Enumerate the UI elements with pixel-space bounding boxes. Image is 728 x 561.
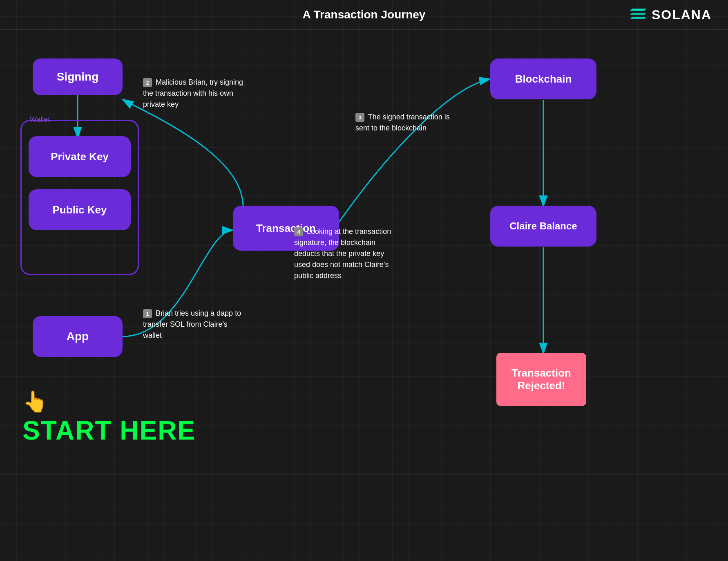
start-here-text: START HERE — [22, 415, 196, 446]
annotation-3: 3 The signed transaction is sent to the … — [355, 112, 458, 134]
transaction-rejected-box: Transaction Rejected! — [496, 353, 586, 406]
annotation-num-1: 1 — [143, 309, 152, 318]
private-key-box: Private Key — [29, 136, 131, 177]
annotation-num-4: 4 — [294, 227, 303, 236]
start-here: 👆 START HERE — [22, 390, 196, 446]
hand-icon: 👆 — [22, 390, 196, 413]
claire-balance-box: Claire Balance — [490, 206, 596, 247]
annotation-num-3: 3 — [355, 113, 364, 122]
wallet-label: Wallet — [30, 115, 50, 124]
annotation-4: 4 Looking at the transaction signature, … — [294, 226, 396, 281]
app-box: App — [33, 316, 123, 357]
page-title: A Transaction Journey — [303, 8, 426, 21]
diagram-area: Signing Wallet Private Key Public Key Ap… — [0, 30, 728, 558]
solana-icon — [627, 7, 648, 23]
solana-logo: SOLANA — [627, 7, 712, 23]
public-key-box: Public Key — [29, 189, 131, 230]
annotation-2: 2 Malicious Brian, try signing the trans… — [143, 77, 245, 110]
arrows-svg — [0, 30, 728, 558]
annotation-1: 1 Brian tries using a dapp to transfer S… — [143, 308, 245, 341]
signing-box: Signing — [33, 58, 123, 95]
blockchain-box: Blockchain — [490, 58, 596, 99]
solana-text: SOLANA — [652, 7, 712, 22]
header: A Transaction Journey SOLANA — [0, 0, 728, 30]
annotation-num-2: 2 — [143, 78, 152, 87]
